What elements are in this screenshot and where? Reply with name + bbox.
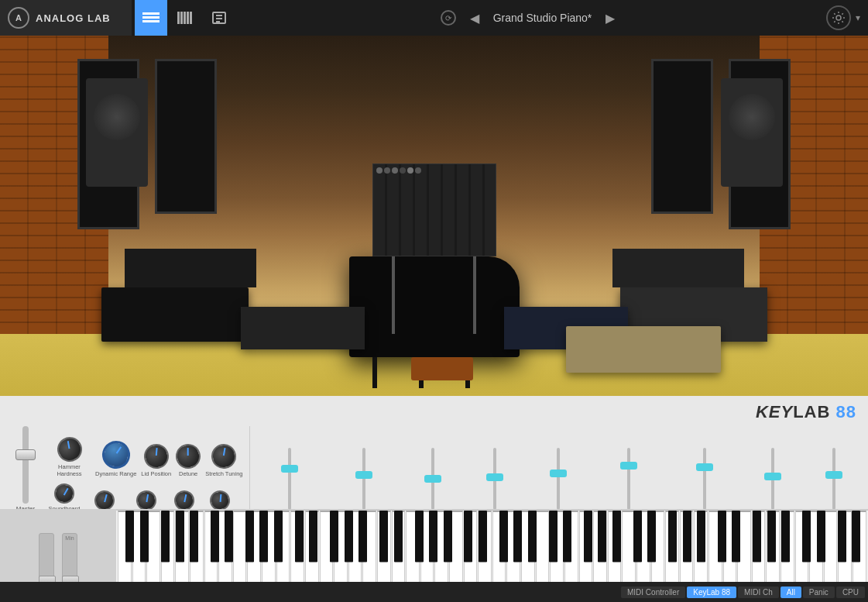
- top-bar: A ANALOG LAB ⟳: [0, 0, 868, 36]
- speaker-right: [721, 78, 783, 187]
- prev-preset-button[interactable]: ◀: [464, 7, 485, 29]
- knobs-row-1: Hammer Hardness Dynamic Range Lid Positi…: [48, 437, 243, 477]
- nav-icons: [135, 0, 235, 36]
- dropdown-arrow[interactable]: ▾: [856, 12, 860, 23]
- logo-area: A ANALOG LAB: [0, 0, 132, 36]
- sync-button[interactable]: ⟳: [441, 10, 456, 26]
- svg-point-12: [836, 15, 841, 20]
- knob-stretch-tuning[interactable]: Stretch Tuning: [205, 444, 242, 477]
- left-synth-3: [125, 249, 256, 287]
- midi-ch-label: MIDI Ch: [738, 587, 779, 598]
- left-synth-2: [241, 307, 365, 349]
- controls-strip: Master Volume Hammer Hardness Dynamic Ra…: [6, 407, 862, 519]
- hero-image: [0, 36, 868, 396]
- right-synth-3: [612, 249, 744, 287]
- speaker-left: [86, 78, 148, 187]
- knob-dynamic-range[interactable]: Dynamic Range: [95, 441, 136, 477]
- knobs-group: Hammer Hardness Dynamic Range Lid Positi…: [48, 437, 243, 519]
- svg-rect-6: [187, 12, 189, 24]
- arturia-logo[interactable]: A: [8, 7, 29, 29]
- bench: [411, 357, 473, 380]
- master-fader-track: [22, 426, 29, 504]
- preset-name: Grand Studio Piano*: [493, 12, 592, 24]
- nav-icon-playlists[interactable]: [203, 0, 235, 36]
- keylab-88-status[interactable]: KeyLab 88: [687, 587, 736, 598]
- preset-area: ⟳ ◀ Grand Studio Piano* ▶: [235, 7, 826, 29]
- settings-button[interactable]: [826, 5, 851, 30]
- top-right: ▾: [826, 5, 868, 30]
- svg-rect-9: [216, 15, 222, 16]
- svg-rect-3: [177, 12, 180, 24]
- svg-rect-1: [142, 16, 160, 19]
- modular-synth: [372, 163, 496, 256]
- cpu-indicator: CPU: [836, 587, 865, 598]
- svg-rect-4: [180, 12, 183, 24]
- knob-hammer-hardness[interactable]: Hammer Hardness: [48, 437, 91, 477]
- app-title: ANALOG LAB: [36, 12, 111, 24]
- svg-rect-2: [142, 20, 160, 22]
- nav-icon-keyboard[interactable]: [135, 0, 167, 36]
- rhodes-piano: [566, 326, 721, 373]
- svg-rect-5: [184, 12, 186, 24]
- grand-piano: [349, 256, 520, 357]
- left-synth-1: [101, 287, 249, 342]
- controller-section: KEYLAB 88 Master Volume Hammer Hardness …: [0, 396, 868, 602]
- svg-rect-7: [190, 12, 192, 24]
- midi-controller-label: MIDI Controller: [621, 587, 685, 598]
- next-preset-button[interactable]: ▶: [599, 7, 621, 29]
- all-channels[interactable]: All: [781, 587, 801, 598]
- nav-icon-browse[interactable]: [169, 0, 201, 36]
- separator-line: [249, 426, 250, 519]
- master-volume-fader[interactable]: Master Volume: [6, 426, 45, 519]
- knob-lid-position[interactable]: Lid Position: [141, 444, 171, 477]
- master-fader-thumb[interactable]: [15, 449, 36, 460]
- panic-button[interactable]: Panic: [803, 587, 835, 598]
- instruments-layer: [86, 63, 783, 396]
- status-bar: MIDI Controller KeyLab 88 MIDI Ch All Pa…: [0, 582, 868, 602]
- svg-rect-0: [142, 12, 160, 15]
- svg-rect-10: [216, 18, 222, 19]
- knob-detune[interactable]: Detune: [176, 444, 201, 477]
- svg-rect-11: [216, 21, 220, 22]
